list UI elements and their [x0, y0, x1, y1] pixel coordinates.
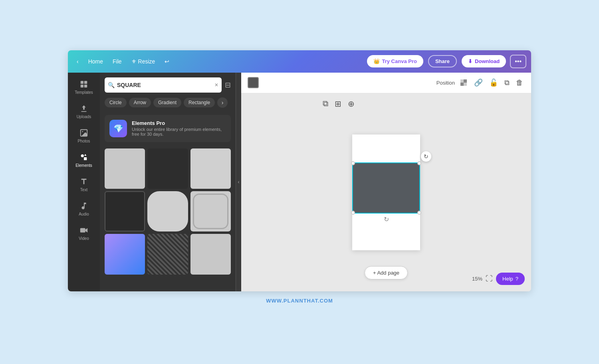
copy-button[interactable]: ⧉ — [503, 77, 511, 89]
copy-icon: ⧉ — [504, 79, 510, 87]
link-button[interactable]: 🔗 — [472, 77, 484, 89]
element-item-4[interactable] — [105, 191, 145, 231]
svg-rect-10 — [464, 79, 467, 83]
home-label: Home — [88, 58, 103, 65]
handle-top-left[interactable] — [351, 161, 355, 165]
chips-next-button[interactable]: › — [217, 97, 228, 108]
canvas-area: Position 🔗 🔓 ⧉ — [241, 73, 531, 291]
try-canva-button[interactable]: 👑 Try Canva Pro — [367, 55, 423, 67]
filter-button[interactable]: ⊟ — [225, 81, 231, 89]
chip-rectangle[interactable]: Rectangle — [184, 98, 215, 107]
svg-rect-12 — [464, 83, 467, 86]
svg-rect-0 — [81, 81, 83, 83]
expand-button[interactable]: ⛶ — [486, 275, 493, 283]
download-label: Download — [475, 58, 500, 64]
file-label: File — [113, 58, 122, 65]
more-button[interactable]: ••• — [510, 55, 526, 68]
handle-bottom-left[interactable] — [351, 211, 355, 215]
resize-label: Resize — [138, 58, 155, 65]
undo-button[interactable]: ↩ — [161, 56, 173, 67]
chip-gradient[interactable]: Gradient — [153, 98, 181, 107]
resize-icon: ⚜ — [131, 58, 137, 65]
collapse-icon: ‹ — [238, 179, 240, 185]
clear-icon[interactable]: ✕ — [214, 82, 218, 88]
home-button[interactable]: Home — [84, 56, 107, 67]
file-button[interactable]: File — [109, 56, 126, 67]
top-nav: ‹ Home File ⚜ Resize ↩ 👑 Try Canva Pro S… — [68, 50, 531, 73]
chip-circle[interactable]: Circle — [105, 98, 127, 107]
canvas-content: ↻ ↻ — [241, 93, 531, 291]
undo-icon: ↩ — [165, 58, 169, 65]
position-label: Position — [436, 80, 455, 86]
text-icon — [79, 177, 88, 186]
uploads-icon — [79, 104, 88, 113]
sidebar-item-templates[interactable]: Templates — [70, 76, 98, 99]
sidebar-item-photos[interactable]: Photos — [70, 125, 98, 147]
pro-banner: 💎 Elements Pro Unlock our entire library… — [105, 115, 231, 142]
templates-icon — [79, 80, 88, 89]
back-button[interactable]: ‹ — [73, 56, 83, 67]
zoom-level: 15% — [472, 276, 482, 282]
add-page-button[interactable]: + Add page — [365, 266, 408, 279]
help-button[interactable]: Help ? — [496, 273, 525, 285]
resize-button[interactable]: ⚜ Resize — [127, 56, 159, 67]
text-label: Text — [80, 188, 87, 192]
watermark: WWW.PLANNTHAT.COM — [260, 291, 339, 310]
element-item-5[interactable] — [147, 191, 188, 231]
transparency-icon — [460, 79, 468, 87]
handle-top-right[interactable] — [417, 161, 421, 165]
pro-title: Elements Pro — [132, 120, 226, 126]
chip-arrow[interactable]: Arrow — [129, 98, 151, 107]
share-button[interactable]: Share — [428, 55, 457, 67]
lock-button[interactable]: 🔓 — [488, 77, 500, 89]
sidebar-item-audio[interactable]: Audio — [70, 198, 98, 220]
outer-wrapper: ‹ Home File ⚜ Resize ↩ 👑 Try Canva Pro S… — [68, 42, 531, 322]
svg-rect-8 — [80, 228, 85, 232]
selected-element[interactable]: ↻ ↻ — [352, 162, 420, 214]
svg-rect-3 — [84, 84, 87, 87]
link-icon: 🔗 — [474, 78, 483, 87]
elements-label: Elements — [75, 163, 92, 168]
element-item-3[interactable] — [190, 148, 231, 189]
element-item-7[interactable] — [105, 234, 145, 274]
chip-rectangle-label: Rectangle — [188, 100, 210, 105]
share-label: Share — [435, 58, 450, 64]
svg-rect-9 — [460, 79, 464, 83]
collapse-handle[interactable]: ‹ — [236, 73, 241, 291]
search-input[interactable] — [117, 82, 213, 88]
sidebar-item-text[interactable]: Text — [70, 173, 98, 196]
video-icon — [79, 226, 88, 235]
element-item-1[interactable] — [105, 148, 145, 189]
color-swatch[interactable] — [248, 77, 259, 88]
pro-text: Elements Pro Unlock our entire library o… — [132, 120, 226, 136]
search-panel: 🔍 ✕ ⊟ Circle Arrow — [100, 73, 236, 291]
help-label: Help — [502, 276, 513, 282]
handle-bottom-right[interactable] — [417, 211, 421, 215]
elements-grid — [100, 145, 236, 278]
svg-rect-1 — [84, 81, 87, 83]
watermark-text: WWW.PLANNTHAT.COM — [266, 298, 333, 304]
elements-icon — [79, 153, 88, 162]
svg-point-6 — [81, 154, 84, 157]
lock-icon: 🔓 — [489, 78, 498, 87]
crown-icon: 👑 — [373, 58, 380, 64]
sidebar-item-video[interactable]: Video — [70, 222, 98, 245]
rotate-handle[interactable]: ↻ — [421, 151, 431, 162]
sidebar-item-uploads[interactable]: Uploads — [70, 100, 98, 123]
element-item-9[interactable] — [190, 234, 231, 274]
search-input-wrapper: 🔍 ✕ — [105, 77, 222, 93]
download-button[interactable]: ⬇ Download — [462, 55, 506, 67]
ellipsis-icon: ••• — [515, 58, 522, 65]
filter-icon: ⊟ — [225, 81, 231, 89]
search-icon: 🔍 — [108, 82, 115, 88]
delete-button[interactable]: 🗑 — [514, 77, 525, 89]
element-item-6[interactable] — [190, 191, 231, 231]
sidebar-icons: Templates Uploads Photos — [68, 73, 100, 291]
refresh-handle[interactable]: ↻ — [381, 214, 391, 225]
element-item-8[interactable] — [147, 234, 188, 274]
element-item-2[interactable] — [147, 148, 188, 189]
canvas-footer: 15% ⛶ Help ? — [472, 273, 525, 285]
transparency-button[interactable] — [458, 77, 469, 88]
svg-rect-11 — [460, 83, 464, 86]
sidebar-item-elements[interactable]: Elements — [70, 149, 98, 172]
